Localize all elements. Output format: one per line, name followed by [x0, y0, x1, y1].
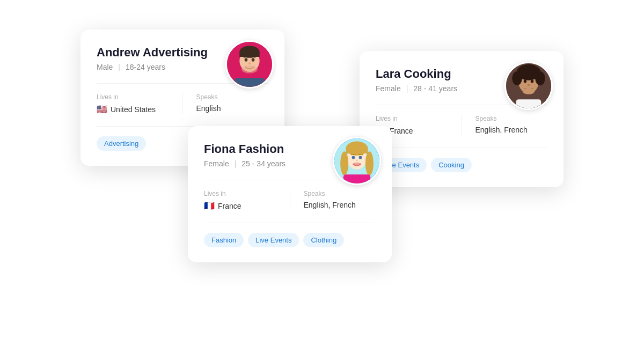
andrew-age: 18-24 years: [126, 63, 165, 71]
card-fiona: Fiona Fashion Female | 25 - 34 years Liv…: [188, 126, 392, 262]
andrew-lives-value: 🇺🇸 United States: [97, 104, 169, 114]
avatar-lara: [504, 62, 553, 110]
fiona-info: Lives in 🇫🇷 France Speaks English, Frenc…: [204, 180, 376, 211]
tag-clothing[interactable]: Clothing: [303, 233, 344, 247]
andrew-speaks-label: Speaks: [196, 93, 269, 101]
svg-point-25: [340, 151, 348, 175]
avatar-fiona: [333, 137, 381, 185]
svg-point-16: [524, 80, 527, 83]
svg-point-18: [528, 84, 530, 86]
fiona-speaks-value: English, French: [304, 201, 376, 209]
svg-rect-8: [235, 78, 265, 87]
lara-age: 28 - 41 years: [413, 84, 457, 93]
svg-point-17: [531, 80, 534, 83]
andrew-info: Lives in 🇺🇸 United States Speaks English: [97, 83, 268, 114]
tag-cooking[interactable]: Cooking: [431, 158, 472, 172]
cards-scene: Andrew Advertising Male | 18-24 years Li…: [80, 19, 564, 319]
svg-point-19: [523, 89, 535, 94]
fiona-gender: Female: [204, 159, 229, 168]
andrew-flag: 🇺🇸: [97, 104, 107, 114]
svg-point-4: [245, 58, 248, 62]
info-divider-fiona: [290, 190, 290, 211]
lara-info: Lives in 🇫🇷 France Speaks English, Frenc…: [376, 105, 547, 136]
svg-point-30: [353, 163, 361, 166]
avatar-andrew: [225, 40, 274, 89]
info-divider: [182, 93, 183, 114]
fiona-age: 25 - 34 years: [241, 159, 286, 168]
fiona-lives-block: Lives in 🇫🇷 France: [204, 190, 276, 211]
info-divider-lara: [462, 115, 462, 136]
lara-speaks-value: English, French: [475, 126, 548, 134]
fiona-tags: Fashion Live Events Clothing: [204, 223, 376, 247]
svg-point-28: [359, 156, 362, 159]
tag-live-events-fiona[interactable]: Live Events: [248, 233, 299, 247]
separator: |: [118, 63, 120, 71]
separator: |: [406, 84, 408, 93]
svg-rect-3: [239, 52, 259, 57]
fiona-lives-label: Lives in: [204, 190, 276, 197]
fiona-speaks-label: Speaks: [304, 190, 376, 197]
lara-gender: Female: [376, 84, 401, 93]
andrew-lives-block: Lives in 🇺🇸 United States: [97, 93, 169, 114]
fiona-flag: 🇫🇷: [204, 201, 215, 211]
tag-fashion[interactable]: Fashion: [204, 233, 244, 247]
andrew-gender: Male: [97, 63, 113, 71]
svg-rect-24: [346, 148, 368, 153]
card-header-lara: Lara Cooking Female | 28 - 41 years: [376, 67, 547, 93]
andrew-speaks-value: English: [196, 104, 269, 113]
svg-rect-31: [343, 174, 370, 183]
svg-point-5: [252, 58, 255, 62]
fiona-speaks-block: Speaks English, French: [304, 190, 376, 211]
fiona-lives-value: 🇫🇷 France: [204, 201, 276, 211]
svg-point-6: [248, 62, 251, 64]
svg-point-15: [530, 67, 538, 75]
andrew-lives-label: Lives in: [97, 93, 169, 101]
svg-rect-20: [516, 99, 541, 108]
lara-speaks-label: Speaks: [475, 115, 548, 122]
lara-tags: Live Events Cooking: [376, 148, 547, 172]
andrew-speaks-block: Speaks English: [196, 93, 269, 114]
svg-point-14: [519, 67, 528, 75]
svg-point-7: [241, 65, 258, 74]
card-header-andrew: Andrew Advertising Male | 18-24 years: [97, 46, 268, 71]
lara-speaks-block: Speaks English, French: [475, 115, 548, 136]
separator: |: [235, 159, 237, 168]
lara-lives-label: Lives in: [376, 115, 448, 122]
card-header-fiona: Fiona Fashion Female | 25 - 34 years: [204, 142, 376, 168]
tag-advertising[interactable]: Advertising: [97, 136, 146, 151]
svg-point-26: [365, 151, 374, 175]
svg-point-29: [356, 159, 358, 161]
svg-point-27: [352, 156, 355, 159]
